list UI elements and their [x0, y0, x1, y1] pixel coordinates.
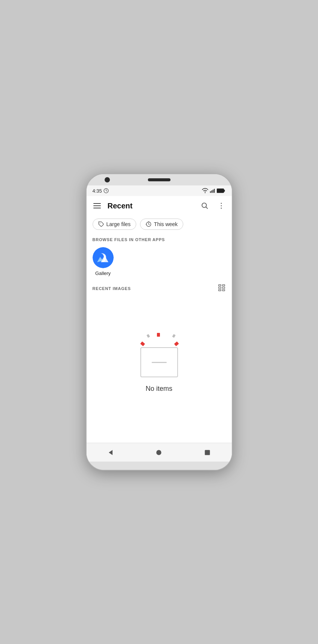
- svg-point-12: [99, 223, 100, 223]
- more-options-button[interactable]: [214, 198, 229, 213]
- sparkle-topleft: [146, 334, 150, 338]
- more-options-icon: [217, 202, 225, 210]
- grid-view-button[interactable]: [218, 284, 226, 293]
- svg-rect-18: [222, 285, 224, 286]
- camera-hardware: [105, 177, 110, 182]
- svg-rect-21: [218, 290, 221, 291]
- back-icon: [107, 449, 114, 456]
- app-bar: Recent: [87, 196, 232, 216]
- search-icon: [201, 202, 209, 210]
- filter-chips: Large files This week: [87, 216, 232, 234]
- gallery-app-label: Gallery: [95, 270, 111, 276]
- recent-images-header: RECENT IMAGES: [87, 282, 232, 297]
- grid-view-icon: [218, 284, 226, 292]
- hamburger-icon: [93, 203, 101, 208]
- signal-icon: [210, 188, 215, 193]
- svg-rect-4: [213, 190, 213, 193]
- svg-rect-2: [210, 191, 211, 193]
- menu-button[interactable]: [90, 198, 105, 213]
- empty-state: No items: [87, 297, 232, 443]
- status-bar: 4:35: [87, 185, 232, 196]
- browse-apps-row: Gallery: [87, 246, 232, 282]
- svg-rect-3: [211, 190, 212, 193]
- nav-bar: [87, 443, 232, 462]
- svg-rect-5: [214, 189, 215, 193]
- browse-section-header: BROWSE FILES IN OTHER APPS: [87, 234, 232, 246]
- svg-marker-23: [109, 450, 113, 455]
- empty-image-box: [140, 347, 178, 377]
- search-button[interactable]: [197, 198, 212, 213]
- sparkle-topright: [172, 334, 175, 338]
- svg-rect-6: [217, 189, 224, 193]
- back-button[interactable]: [101, 445, 120, 460]
- recents-icon: [204, 449, 211, 456]
- tag-icon: [98, 221, 104, 227]
- wifi-icon: [202, 188, 208, 193]
- phone-bottom-hardware: [87, 462, 232, 470]
- time-text: 4:35: [93, 188, 102, 194]
- gallery-app-icon: [93, 247, 114, 268]
- phone-device: 4:35: [86, 173, 233, 471]
- home-button[interactable]: [149, 445, 168, 460]
- large-files-label: Large files: [107, 221, 131, 227]
- recents-button[interactable]: [198, 445, 217, 460]
- svg-rect-19: [218, 287, 221, 289]
- app-bar-actions: [197, 198, 229, 213]
- status-icons: [202, 188, 226, 193]
- home-icon: [155, 449, 163, 456]
- svg-rect-22: [222, 290, 224, 291]
- page-title: Recent: [108, 202, 197, 210]
- svg-point-1: [204, 192, 205, 193]
- svg-rect-7: [224, 190, 225, 191]
- svg-rect-17: [218, 285, 221, 286]
- empty-illustration: [137, 332, 182, 377]
- broken-image-line: [152, 362, 167, 363]
- history-icon: [146, 221, 152, 227]
- svg-point-10: [221, 205, 222, 207]
- svg-rect-25: [205, 450, 210, 455]
- battery-icon: [217, 188, 226, 193]
- sparkle-right: [174, 342, 179, 346]
- status-time: 4:35: [93, 188, 109, 194]
- sparkle-left: [140, 342, 145, 346]
- data-icon: [103, 188, 109, 193]
- svg-point-11: [221, 208, 222, 209]
- svg-point-14: [93, 247, 114, 268]
- svg-point-9: [221, 203, 222, 204]
- svg-point-24: [157, 450, 161, 455]
- this-week-chip[interactable]: This week: [140, 219, 183, 230]
- gallery-icon-container: [93, 247, 114, 268]
- sparkle-top: [157, 333, 160, 337]
- no-items-text: No items: [146, 385, 172, 393]
- recent-images-title: RECENT IMAGES: [93, 286, 131, 291]
- large-files-chip[interactable]: Large files: [93, 219, 137, 230]
- this-week-label: This week: [154, 221, 178, 227]
- phone-screen: 4:35: [87, 185, 232, 462]
- svg-rect-20: [222, 287, 224, 289]
- phone-top-hardware: [87, 174, 232, 185]
- speaker-hardware: [148, 178, 170, 181]
- gallery-app-item[interactable]: Gallery: [93, 247, 114, 276]
